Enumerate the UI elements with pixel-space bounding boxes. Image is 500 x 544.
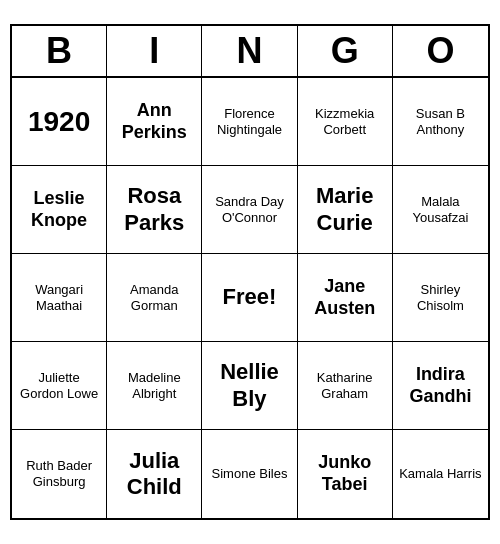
- cell-1-0: Leslie Knope: [12, 166, 107, 254]
- header-letter: B: [12, 26, 107, 76]
- cell-0-1: Ann Perkins: [107, 78, 202, 166]
- cell-0-3: Kizzmekia Corbett: [298, 78, 393, 166]
- cell-0-4: Susan B Anthony: [393, 78, 488, 166]
- cell-0-2: Florence Nightingale: [202, 78, 297, 166]
- cell-4-2: Simone Biles: [202, 430, 297, 518]
- cell-4-4: Kamala Harris: [393, 430, 488, 518]
- cell-4-3: Junko Tabei: [298, 430, 393, 518]
- header-letter: I: [107, 26, 202, 76]
- cell-1-2: Sandra Day O'Connor: [202, 166, 297, 254]
- bingo-card: BINGO 1920Ann PerkinsFlorence Nightingal…: [10, 24, 490, 520]
- cell-4-0: Ruth Bader Ginsburg: [12, 430, 107, 518]
- cell-2-0: Wangari Maathai: [12, 254, 107, 342]
- header-letter: N: [202, 26, 297, 76]
- cell-3-1: Madeline Albright: [107, 342, 202, 430]
- cell-4-1: Julia Child: [107, 430, 202, 518]
- cell-3-0: Juliette Gordon Lowe: [12, 342, 107, 430]
- cell-2-1: Amanda Gorman: [107, 254, 202, 342]
- header-letter: O: [393, 26, 488, 76]
- cell-3-2: Nellie Bly: [202, 342, 297, 430]
- bingo-grid: 1920Ann PerkinsFlorence NightingaleKizzm…: [12, 78, 488, 518]
- cell-0-0: 1920: [12, 78, 107, 166]
- cell-3-3: Katharine Graham: [298, 342, 393, 430]
- cell-2-4: Shirley Chisolm: [393, 254, 488, 342]
- cell-1-4: Malala Yousafzai: [393, 166, 488, 254]
- header-letter: G: [298, 26, 393, 76]
- cell-2-3: Jane Austen: [298, 254, 393, 342]
- bingo-header: BINGO: [12, 26, 488, 78]
- cell-2-2: Free!: [202, 254, 297, 342]
- cell-1-3: Marie Curie: [298, 166, 393, 254]
- cell-1-1: Rosa Parks: [107, 166, 202, 254]
- cell-3-4: Indira Gandhi: [393, 342, 488, 430]
